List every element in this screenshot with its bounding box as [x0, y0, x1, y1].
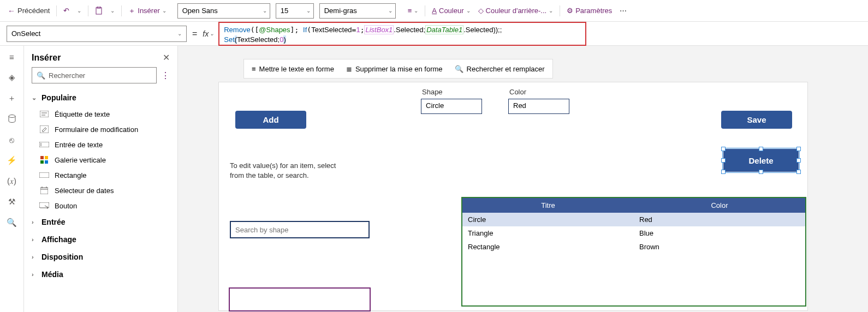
item-gallery[interactable]: Galerie verticale — [24, 152, 177, 167]
font-weight-input[interactable] — [319, 3, 396, 19]
svg-rect-3 — [40, 111, 49, 117]
category-input[interactable]: ›Entrée — [24, 213, 177, 231]
resize-handle[interactable] — [796, 170, 801, 174]
chevron-down-icon: ⌄ — [177, 31, 182, 37]
fx-button[interactable]: fx⌄ — [203, 29, 214, 38]
app-canvas[interactable]: Add Save Shape Color Circle Red Delete T… — [218, 82, 808, 311]
tok-remove: Remove — [224, 26, 250, 34]
property-name: OnSelect — [11, 29, 40, 38]
svg-point-2 — [9, 115, 15, 118]
color-input[interactable]: Red — [508, 99, 569, 114]
back-button[interactable]: ← Précédent — [4, 4, 53, 17]
bg-color-button[interactable]: ◇ Couleur d'arrière-... ⌄ — [475, 4, 557, 17]
overflow-button[interactable]: ⋯ — [616, 4, 630, 17]
bgcolor-label: Couleur d'arrière-... — [486, 7, 547, 15]
settings-button[interactable]: ⚙ Paramètres — [563, 4, 615, 17]
search-icon: 🔍 — [37, 71, 45, 80]
tok-dt: DataTable1 — [425, 25, 463, 34]
table-row[interactable]: Triangle Blue — [462, 226, 805, 240]
cell-title: Rectangle — [462, 240, 634, 254]
close-icon[interactable]: ✕ — [163, 52, 170, 63]
tok-listbox: ListBox1 — [364, 25, 394, 34]
svg-rect-13 — [39, 172, 49, 178]
item-label: Étiquette de texte — [55, 110, 110, 118]
main-area: ≡ ◈ ＋ ⎋ ⚡ (𝑥) ⚒ 🔍 Insérer ✕ 🔍 Rechercher… — [0, 46, 868, 312]
table-header: Titre Color — [462, 198, 805, 213]
clear-format-icon: ≣ — [346, 65, 352, 73]
cat-popular-label: Populaire — [41, 93, 76, 102]
category-display[interactable]: ›Affichage — [24, 231, 177, 248]
data-table[interactable]: Titre Color Circle Red Triangle Blue Rec… — [461, 197, 806, 307]
item-label: Entrée de texte — [55, 141, 103, 149]
item-datepicker[interactable]: Sélecteur de dates — [24, 183, 177, 198]
data-icon[interactable] — [7, 113, 17, 124]
power-automate-icon[interactable]: ⚡ — [7, 155, 17, 166]
paste-dropdown[interactable]: ⌄ — [107, 5, 118, 16]
format-label: Mettre le texte en forme — [259, 65, 334, 73]
undo-dropdown[interactable]: ⌄ — [74, 5, 85, 16]
item-label: Bouton — [55, 202, 77, 210]
layers-icon[interactable]: ◈ — [7, 72, 17, 83]
add-button[interactable]: Add — [235, 111, 306, 129]
font-size-select[interactable]: ⌄ — [276, 3, 314, 19]
variables-icon[interactable]: (𝑥) — [7, 176, 17, 187]
font-weight-select[interactable]: ⌄ — [319, 3, 396, 19]
item-rectangle[interactable]: Rectangle — [24, 167, 177, 183]
resize-handle[interactable] — [759, 170, 763, 174]
item-label: Rectangle — [55, 171, 87, 179]
table-row[interactable]: Rectangle Brown — [462, 240, 805, 254]
item-button[interactable]: Bouton — [24, 198, 177, 213]
item-edit-form[interactable]: Formulaire de modification — [24, 122, 177, 137]
resize-handle[interactable] — [721, 147, 726, 151]
table-row[interactable]: Circle Red — [462, 213, 805, 226]
tree-view-icon[interactable]: ≡ — [7, 51, 17, 62]
resize-handle[interactable] — [759, 147, 763, 151]
resize-handle[interactable] — [796, 147, 801, 151]
form-icon — [39, 125, 49, 134]
separator — [121, 5, 122, 16]
back-arrow-icon: ← — [8, 7, 15, 15]
clear-format-button[interactable]: ≣Supprimer la mise en forme — [346, 65, 443, 73]
panel-more-icon[interactable]: ⋮ — [161, 70, 170, 81]
tok-sel1: .Selected; — [394, 26, 425, 34]
category-layout[interactable]: ›Disposition — [24, 248, 177, 266]
advanced-tools-icon[interactable]: ⚒ — [7, 196, 17, 207]
tok-set: Set — [224, 35, 235, 44]
insert-button[interactable]: ＋ Insérer ⌄ — [125, 4, 169, 18]
delete-button[interactable]: Delete — [723, 149, 799, 172]
svg-rect-14 — [40, 188, 48, 194]
paste-button[interactable] — [92, 4, 106, 17]
shape-input[interactable]: Circle — [421, 99, 482, 114]
save-button[interactable]: Save — [721, 111, 792, 129]
svg-rect-0 — [96, 8, 102, 14]
category-media[interactable]: ›Média — [24, 266, 177, 283]
align-button[interactable]: ≡ ⌄ — [405, 4, 422, 17]
media-icon[interactable]: ⎋ — [7, 134, 17, 145]
category-popular[interactable]: ⌄ Populaire — [24, 89, 177, 106]
format-text-button[interactable]: ≡Mettre le texte en forme — [252, 65, 334, 73]
font-color-button[interactable]: A Couleur ⌄ — [429, 4, 473, 17]
undo-button[interactable]: ↶ — [60, 4, 73, 17]
delete-button-selected[interactable]: Delete — [723, 149, 799, 172]
font-name-select[interactable]: ⌄ — [177, 3, 270, 19]
listbox[interactable] — [229, 287, 371, 311]
item-text-label[interactable]: Étiquette de texte — [24, 106, 177, 122]
gear-icon: ⚙ — [567, 7, 573, 15]
svg-rect-10 — [45, 156, 48, 159]
cell-color: Brown — [634, 240, 805, 254]
insert-search-input[interactable]: 🔍 Rechercher — [32, 67, 157, 83]
resize-handle[interactable] — [796, 158, 801, 163]
font-size-input[interactable] — [276, 3, 314, 19]
search-shape-input[interactable] — [230, 221, 370, 238]
cat-input-label: Entrée — [41, 218, 66, 226]
insert-icon[interactable]: ＋ — [7, 93, 17, 104]
resize-handle[interactable] — [721, 158, 726, 163]
search-icon[interactable]: 🔍 — [7, 217, 17, 228]
font-name-input[interactable] — [177, 3, 270, 19]
resize-handle[interactable] — [721, 170, 726, 174]
find-replace-button[interactable]: 🔍Rechercher et remplacer — [455, 65, 545, 73]
item-text-input[interactable]: Entrée de texte — [24, 137, 177, 152]
formula-bar[interactable]: Remove([@Shapes]; If(TextSelected=1;List… — [218, 22, 586, 46]
property-selector[interactable]: OnSelect ⌄ — [7, 26, 187, 42]
chevron-right-icon: › — [32, 236, 37, 243]
